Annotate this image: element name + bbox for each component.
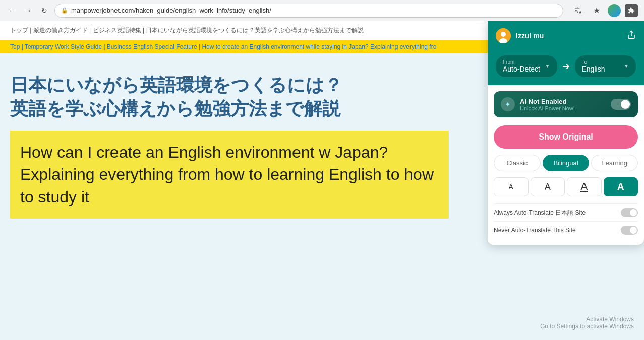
svg-point-1: [501, 32, 506, 37]
auto-translate-never: Never Auto-Translate This Site: [494, 221, 638, 239]
forward-button[interactable]: →: [22, 5, 34, 17]
font-size-small[interactable]: A: [494, 177, 529, 196]
auto-translate-always: Always Auto-Translate 日本語 Site: [494, 203, 638, 221]
share-button[interactable]: [627, 30, 636, 42]
profile-avatar[interactable]: [608, 4, 621, 17]
ai-banner: ✦ AI Not Enabled Unlock AI Power Now!: [494, 91, 638, 117]
ai-text: AI Not Enabled Unlock AI Power Now!: [520, 98, 575, 111]
auto-never-label: Never Auto-Translate This Site: [494, 227, 576, 234]
swap-arrow-icon: ➜: [562, 61, 570, 72]
popup-user: Izzul mu: [496, 28, 544, 43]
translated-text: How can I create an English environment …: [20, 143, 434, 207]
tab-bilingual[interactable]: Bilingual: [543, 155, 590, 171]
from-language-select[interactable]: From Auto-Detect ▼: [496, 55, 557, 77]
from-label: From: [503, 59, 540, 65]
to-chevron-down-icon: ▼: [624, 63, 629, 69]
auto-never-toggle[interactable]: [621, 226, 638, 235]
ai-left: ✦ AI Not Enabled Unlock AI Power Now!: [501, 97, 575, 111]
tab-learning[interactable]: Learning: [591, 155, 638, 171]
toggle-knob: [621, 100, 630, 109]
translation-popup: Izzul mu From Auto-Detect ▼ ➜: [488, 21, 644, 245]
to-value: English: [582, 65, 605, 73]
back-button[interactable]: ←: [6, 5, 18, 17]
auto-translate-options: Always Auto-Translate 日本語 Site Never Aut…: [494, 203, 638, 239]
breadcrumb-jp-text: トップ | 派遣の働き方ガイド | ビジネス英語特集 | 日本にいながら英語環境…: [10, 27, 364, 34]
address-bar[interactable]: 🔒 manpowerjobnet.com/haken_guide/english…: [54, 4, 563, 18]
tab-classic[interactable]: Classic: [494, 155, 541, 171]
language-row: From Auto-Detect ▼ ➜ To English ▼: [488, 50, 644, 85]
toolbar-icons: ★: [571, 4, 638, 18]
url-text: manpowerjobnet.com/haken_guide/english_w…: [71, 7, 271, 14]
activate-windows-watermark: Activate Windows Go to Settings to activ…: [540, 316, 634, 330]
content-area: トップ | 派遣の働き方ガイド | ビジネス英語特集 | 日本にいながら英語環境…: [0, 21, 644, 340]
to-label: To: [582, 59, 605, 65]
translated-text-block: How can I create an English environment …: [10, 131, 449, 219]
auto-always-toggle[interactable]: [621, 208, 638, 217]
ai-star-icon: ✦: [501, 97, 515, 111]
breadcrumb-en-text: Top | Temporary Work Style Guide | Busin…: [10, 43, 436, 50]
extensions-icon[interactable]: [625, 4, 638, 17]
font-size-medium[interactable]: A: [531, 177, 565, 196]
font-size-options: A A A A: [494, 177, 638, 196]
star-icon[interactable]: ★: [590, 4, 604, 18]
from-value: Auto-Detect: [503, 65, 540, 73]
to-language-select[interactable]: To English ▼: [575, 55, 636, 77]
popup-header: Izzul mu: [488, 21, 644, 50]
show-original-button[interactable]: Show Original: [494, 125, 638, 149]
activate-line1: Activate Windows: [540, 316, 634, 323]
auto-always-label: Always Auto-Translate 日本語 Site: [494, 209, 586, 217]
font-size-large[interactable]: A: [567, 177, 602, 196]
font-size-active[interactable]: A: [604, 177, 638, 196]
reload-button[interactable]: ↻: [38, 5, 50, 17]
ai-subtitle: Unlock AI Power Now!: [520, 105, 575, 111]
lock-icon: 🔒: [61, 7, 68, 14]
activate-line2: Go to Settings to activate Windows: [540, 323, 634, 330]
browser-bar: ← → ↻ 🔒 manpowerjobnet.com/haken_guide/e…: [0, 0, 644, 21]
mode-tabs: Classic Bilingual Learning: [494, 155, 638, 171]
mini-knob-always: [630, 209, 637, 216]
mini-knob-never: [630, 227, 637, 234]
translate-icon[interactable]: [571, 4, 586, 18]
user-avatar: [496, 28, 511, 43]
user-name: Izzul mu: [516, 32, 544, 40]
ai-toggle[interactable]: [611, 99, 631, 110]
from-chevron-down-icon: ▼: [545, 63, 550, 69]
ai-title: AI Not Enabled: [520, 98, 575, 105]
